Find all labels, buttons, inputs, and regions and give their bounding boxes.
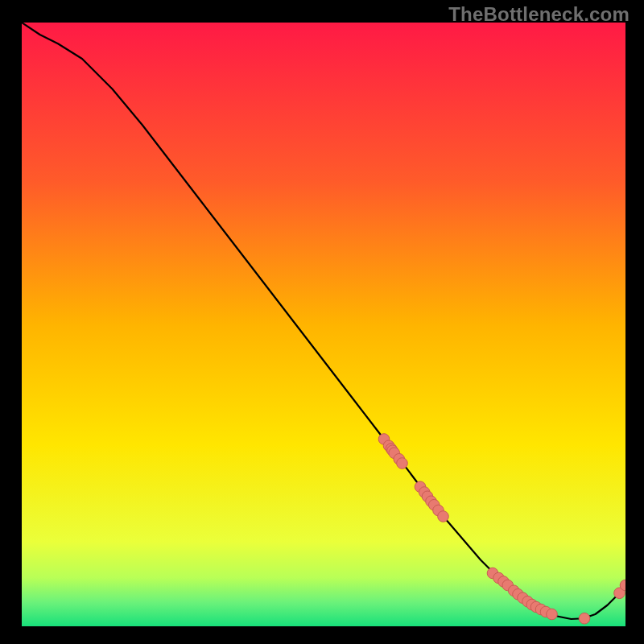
plot-area [22, 23, 625, 626]
plot-svg [22, 23, 625, 626]
data-marker [579, 613, 590, 624]
gradient-background [22, 23, 625, 626]
data-marker [397, 458, 408, 469]
data-marker [547, 609, 558, 620]
chart-frame: TheBottleneck.com [0, 0, 644, 644]
data-marker [438, 511, 449, 522]
